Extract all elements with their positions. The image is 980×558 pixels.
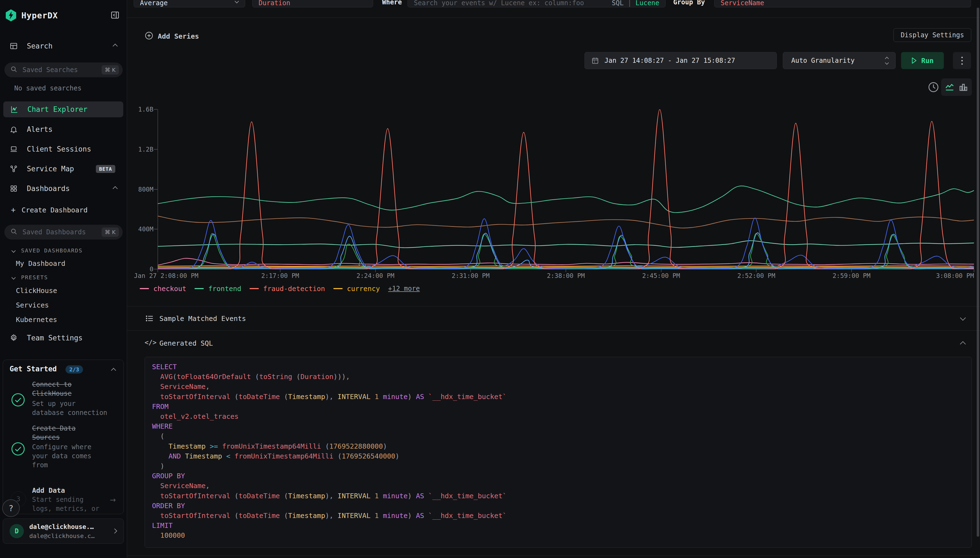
display-settings-button[interactable]: Display Settings (893, 28, 971, 42)
sql-line: SELECT (152, 362, 964, 372)
chart-line-other-2 (158, 241, 974, 248)
saved-dashboards-input[interactable]: Saved Dashboards ⌘ K (4, 225, 123, 240)
check-circle-icon (11, 392, 26, 409)
search-events-placeholder: Search your events w/ Lucene ex: column:… (414, 0, 584, 7)
chart-line-other-9 (158, 218, 974, 268)
get-started-step-title[interactable]: Connect toClickHouse (32, 380, 72, 398)
legend-item-checkout[interactable]: checkout (140, 285, 186, 293)
user-name: dale@clickhouse.… (29, 523, 94, 530)
sidebar-item-label: Client Sessions (27, 145, 91, 153)
sidebar-item-label: Chart Explorer (28, 105, 87, 113)
clock-icon (928, 81, 939, 93)
create-dashboard-button[interactable]: + Create Dashboard (0, 204, 127, 217)
group-by-input[interactable]: ServiceName (714, 0, 971, 7)
legend-item-fraud-detection[interactable]: fraud-detection (250, 285, 325, 293)
chevron-right-icon (112, 528, 117, 533)
legend-item-frontend[interactable]: frontend (195, 285, 241, 293)
y-tick-mark (154, 149, 157, 149)
help-button[interactable]: ? (2, 499, 20, 517)
chart-line-currency (158, 266, 974, 267)
y-tick-mark (154, 109, 157, 110)
run-button[interactable]: Run (901, 52, 944, 69)
check-circle-icon (11, 441, 26, 458)
plus-circle-icon (145, 31, 154, 41)
granularity-select[interactable]: Auto Granularity (783, 52, 896, 69)
hyperdx-logo-icon (4, 9, 18, 23)
generated-sql-panel[interactable]: SELECT AVG(toFloat64OrDefault (toString … (145, 357, 972, 548)
granularity-value: Auto Granularity (791, 57, 854, 64)
sidebar-item-alerts[interactable]: Alerts (0, 122, 127, 137)
sidebar-item-client-sessions[interactable]: Client Sessions (0, 141, 127, 157)
sql-line: toStartOfInterval (toDateTime (Timestamp… (152, 511, 964, 521)
sidebar-item-team-settings[interactable]: Team Settings (0, 330, 127, 346)
presets-group-header[interactable]: PRESETS (12, 274, 48, 281)
x-tick-mark (566, 269, 566, 272)
sidebar-item-kubernetes[interactable]: Kubernetes (16, 316, 57, 324)
sidebar-item-label: Alerts (27, 125, 52, 133)
language-toggle[interactable]: SQL | Lucene (612, 0, 659, 7)
service-map-icon (9, 165, 19, 173)
date-range-picker[interactable]: 1 Jan 27 14:08:27 - Jan 27 15:08:27 (584, 52, 777, 69)
sidebar-item-label: Service Map (27, 165, 74, 173)
sidebar-item-label: Search (27, 42, 52, 50)
where-label: Where (382, 0, 402, 6)
legend-item-currency[interactable]: currency (333, 285, 380, 293)
play-icon (911, 57, 917, 64)
create-dashboard-label: Create Dashboard (22, 206, 88, 214)
sidebar-item-services[interactable]: Services (16, 301, 49, 309)
saved-dashboards-group-header[interactable]: SAVED DASHBOARDS (12, 247, 83, 254)
group-by-value: ServiceName (721, 0, 764, 7)
gear-icon (9, 334, 19, 342)
hyperdx-app: HyperDX Search Saved Searches ⌘ K No sav… (0, 0, 980, 558)
sql-line: toStartOfInterval (toDateTime (Timestamp… (152, 491, 964, 501)
legend-label: fraud-detection (263, 285, 325, 293)
chart-type-toggle (941, 79, 972, 96)
legend-more-link[interactable]: +12 more (388, 285, 420, 292)
x-tick-label: 3:08:00 PM (936, 272, 974, 279)
legend-dash-icon (140, 288, 149, 289)
sample-matched-events-header[interactable]: Sample Matched Events (159, 315, 246, 323)
sql-line: ( (152, 432, 964, 441)
x-tick-label: 2:45:00 PM (620, 272, 702, 279)
saved-searches-input[interactable]: Saved Searches ⌘ K (4, 62, 123, 77)
line-chart-icon[interactable] (945, 82, 954, 92)
add-series-button[interactable]: Add Series (145, 31, 199, 42)
chevron-down-icon (11, 275, 16, 279)
aggregation-select[interactable]: Average (134, 0, 245, 7)
get-started-step-title[interactable]: Add Data (32, 486, 65, 495)
sidebar-item-clickhouse[interactable]: ClickHouse (16, 287, 57, 295)
shortcut-badge: ⌘ K (101, 228, 119, 237)
field-input[interactable]: Duration (252, 0, 373, 7)
sidebar-item-search[interactable]: Search (0, 38, 127, 54)
chevron-up-icon[interactable] (113, 44, 118, 49)
get-started-step-title[interactable]: Create DataSources (32, 424, 75, 442)
y-tick-mark (154, 229, 157, 230)
sql-line: Timestamp >= fromUnixTimestamp64Milli (1… (152, 441, 964, 451)
time-format-button[interactable] (928, 81, 939, 94)
sidebar-item-dashboards[interactable]: Dashboards (0, 181, 127, 196)
generated-sql-header[interactable]: Generated SQL (159, 339, 213, 347)
divider (127, 306, 980, 307)
sidebar-item-chart-explorer[interactable]: Chart Explorer (3, 102, 123, 117)
sidebar: HyperDX Search Saved Searches ⌘ K No sav… (0, 0, 127, 558)
chevron-down-icon[interactable] (960, 315, 966, 321)
chevron-up-icon[interactable] (960, 341, 966, 347)
search-events-input[interactable]: Search your events w/ Lucene ex: column:… (407, 0, 666, 7)
collapse-sidebar-icon[interactable] (110, 10, 120, 21)
date-range-value: Jan 27 14:08:27 - Jan 27 15:08:27 (604, 57, 735, 64)
more-options-button[interactable] (953, 52, 971, 69)
chevron-up-icon[interactable] (111, 368, 116, 373)
bar-chart-icon[interactable] (958, 82, 968, 92)
beta-badge: BETA (96, 165, 115, 173)
scrollbar[interactable] (977, 8, 979, 537)
sidebar-item-my-dashboard[interactable]: My Dashboard (16, 259, 65, 268)
sql-line: ServiceName, (152, 481, 964, 491)
chart-line-checkout (158, 258, 974, 265)
sql-line: LIMIT (152, 521, 964, 530)
user-card[interactable]: D dale@clickhouse.… dale@clickhouse.c… (3, 519, 124, 544)
chevron-up-icon[interactable] (113, 186, 118, 191)
add-series-label: Add Series (158, 32, 199, 40)
sql-line: GROUP BY (152, 471, 964, 481)
y-tick-mark (154, 189, 157, 190)
sidebar-item-service-map[interactable]: Service Map BETA (0, 161, 127, 177)
